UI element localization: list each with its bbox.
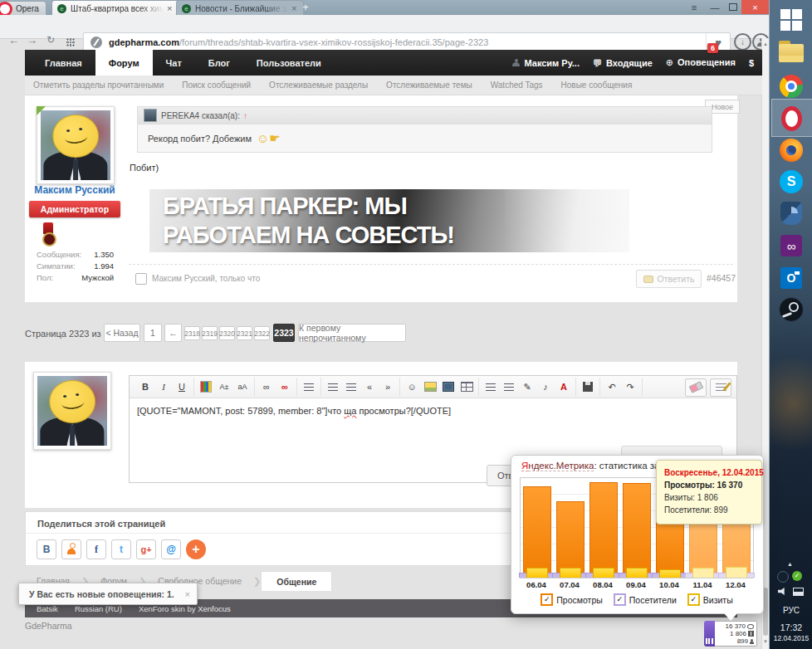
tray-language[interactable]: РУС	[770, 606, 812, 615]
editor-avatar[interactable]	[33, 372, 111, 450]
chart-bar-views-06.04[interactable]	[523, 486, 551, 578]
nav-user-link[interactable]: Максим Ру...	[512, 58, 580, 68]
toolbar-insert-table-button[interactable]	[458, 378, 475, 395]
speed-dial-icon[interactable]	[66, 38, 75, 46]
metrika-link[interactable]: ндекс.Метрика	[528, 461, 594, 471]
scroll-down-arrow[interactable]: ▼	[763, 639, 768, 644]
toolbar-font-family-button[interactable]: aA	[234, 378, 251, 395]
chart-bar-views-07.04[interactable]	[556, 501, 585, 578]
toolbar-indent-button[interactable]: »	[379, 378, 396, 395]
toast-close-icon[interactable]: ×	[185, 589, 190, 599]
subnav-link[interactable]: Отслеживаемые темы	[386, 81, 472, 90]
toolbar-smilies-button[interactable]: ☺	[404, 378, 420, 395]
metrika-informer[interactable]: 16 370 1 806 899	[704, 621, 757, 647]
chart-bar-visits-10.04[interactable]	[659, 569, 681, 578]
editor-text[interactable]: [QUOTE="MAMONT, post: 57899, member: 8"]…	[137, 406, 726, 416]
chart-bar-views-09.04[interactable]	[623, 483, 651, 578]
taskbar-file-explorer-icon[interactable]	[776, 38, 806, 68]
window-restore-button[interactable]	[726, 0, 741, 14]
toolbar-toggle-editor-button[interactable]	[710, 378, 731, 397]
toolbar-undo-button[interactable]: ↶	[604, 378, 620, 395]
legend-checkbox[interactable]: ✓	[687, 593, 700, 606]
toolbar-font-size-button[interactable]: A±	[216, 378, 232, 395]
toolbar-quote-block-button[interactable]	[482, 378, 499, 395]
post-meta-text[interactable]: Максим Русский, только что	[152, 274, 260, 283]
pagination-page-2322[interactable]: 2322	[254, 326, 270, 340]
nav-tab-Главная[interactable]: Главная	[32, 50, 95, 76]
tray-time[interactable]: 17:32	[770, 622, 812, 632]
share-facebook-button[interactable]: f	[86, 539, 106, 559]
pagination-page-2319[interactable]: 2319	[202, 326, 218, 340]
chart-bar-visits-11.04[interactable]	[692, 568, 714, 578]
window-close-button[interactable]: ×	[741, 0, 769, 14]
toolbar-list-bulleted-button[interactable]	[325, 378, 341, 395]
chart-bar-visits-12.04[interactable]	[726, 567, 747, 578]
toolbar-text-color-button[interactable]	[198, 378, 214, 395]
share-odnoklassniki-button[interactable]	[61, 539, 81, 559]
share-mail-ru-button[interactable]: @	[161, 539, 181, 559]
toolbar-insert-image-button[interactable]	[422, 378, 438, 395]
scroll-up-arrow[interactable]: ▲	[763, 41, 768, 46]
reload-button[interactable]: ↻	[46, 34, 55, 46]
tray-date[interactable]: 12.04.2015	[770, 634, 812, 642]
quote-jump-link[interactable]: ↑	[243, 111, 247, 120]
tab-close-icon[interactable]: ×	[291, 3, 296, 13]
toolbar-outdent-button[interactable]: «	[361, 378, 378, 395]
taskbar-security-app-icon[interactable]	[776, 198, 806, 228]
nav-tab-Чат[interactable]: Чат	[153, 50, 195, 76]
pagination-page-2320[interactable]: 2320	[219, 326, 235, 340]
post-author-name[interactable]: Максим Русский	[28, 184, 121, 196]
toolbar-underline-button[interactable]: U	[174, 378, 190, 395]
window-minimize-button[interactable]: —	[707, 0, 722, 14]
browser-tab-active[interactable]: e Штаб-квартира всех хими ×	[51, 0, 184, 16]
tab-menu-icon[interactable]: ≡	[686, 0, 702, 14]
taskbar-start-icon[interactable]	[776, 5, 806, 35]
alert-toast[interactable]: У Вас есть новые оповещения: 1. ×	[18, 583, 198, 605]
new-tab-button[interactable]: +	[299, 2, 312, 13]
pagination-current-page[interactable]: 2323	[273, 324, 295, 342]
chart-bar-visits-08.04[interactable]	[593, 568, 614, 578]
opera-menu-button[interactable]: Opera	[0, 1, 46, 16]
pagination-jump-unread[interactable]: К первому непрочитанному	[298, 324, 406, 342]
share-vk-button[interactable]: B	[37, 539, 56, 559]
toolbar-alignment-button[interactable]	[301, 378, 317, 395]
legend-checkbox[interactable]: ✓	[541, 593, 553, 606]
chart-bar-views-08.04[interactable]	[589, 482, 618, 578]
taskbar-steam-icon[interactable]	[776, 295, 806, 324]
nav-inbox-link[interactable]: 💬︎Входящие	[593, 58, 653, 68]
nav-tab-Пользователи[interactable]: Пользователи	[243, 50, 335, 76]
taskbar-visual-studio-icon[interactable]: ∞	[776, 231, 806, 261]
pagination-back[interactable]: < Назад	[104, 324, 140, 342]
breadcrumb-active-tab[interactable]: Общение	[261, 571, 332, 591]
legend-checkbox[interactable]: ✓	[614, 593, 626, 606]
pagination-page-2318[interactable]: 2318	[184, 326, 200, 340]
nav-tab-Блог[interactable]: Блог	[195, 50, 243, 76]
taskbar-firefox-icon[interactable]	[776, 135, 806, 165]
forward-button[interactable]: →	[27, 34, 37, 46]
taskbar-outlook-icon[interactable]: O	[776, 263, 806, 293]
post-id[interactable]: #46457	[707, 273, 736, 283]
toolbar-save-draft-button[interactable]	[580, 378, 596, 395]
browser-tab-inactive[interactable]: e Новости - Ближайшие зав ×	[176, 0, 304, 16]
subnav-link[interactable]: Отслеживаемые разделы	[269, 81, 368, 90]
toolbar-code-block-button[interactable]	[501, 378, 517, 395]
tray-antivirus-icon[interactable]: ✓	[792, 571, 802, 581]
chart-bar-visits-06.04[interactable]	[526, 568, 548, 578]
pagination-page-2321[interactable]: 2321	[237, 326, 252, 340]
user-avatar[interactable]	[37, 106, 115, 184]
nav-tab-Форум[interactable]: Форум	[95, 50, 153, 76]
subnav-link[interactable]: Отметить разделы прочитанными	[33, 81, 164, 90]
footer-link[interactable]: Batsik	[37, 604, 58, 613]
toolbar-insert-media-button[interactable]	[440, 378, 457, 395]
subnav-link[interactable]: Новые сообщения	[561, 81, 633, 90]
chart-bar-visits-07.04[interactable]	[560, 568, 581, 578]
toolbar-remove-format-button[interactable]: A	[555, 378, 572, 395]
taskbar-chrome-icon[interactable]	[776, 71, 806, 101]
tab-close-icon[interactable]: ×	[167, 3, 172, 13]
toolbar-bold-button[interactable]: B	[137, 378, 154, 395]
toolbar-draw-button[interactable]: ✎	[519, 378, 536, 395]
taskbar-skype-icon[interactable]: S	[776, 167, 806, 197]
nav-alerts-link[interactable]: ⊕Оповещения	[666, 57, 736, 68]
downloads-icon[interactable]: ↓	[734, 33, 751, 51]
tray-expand-icon[interactable]: ▲	[787, 561, 793, 567]
